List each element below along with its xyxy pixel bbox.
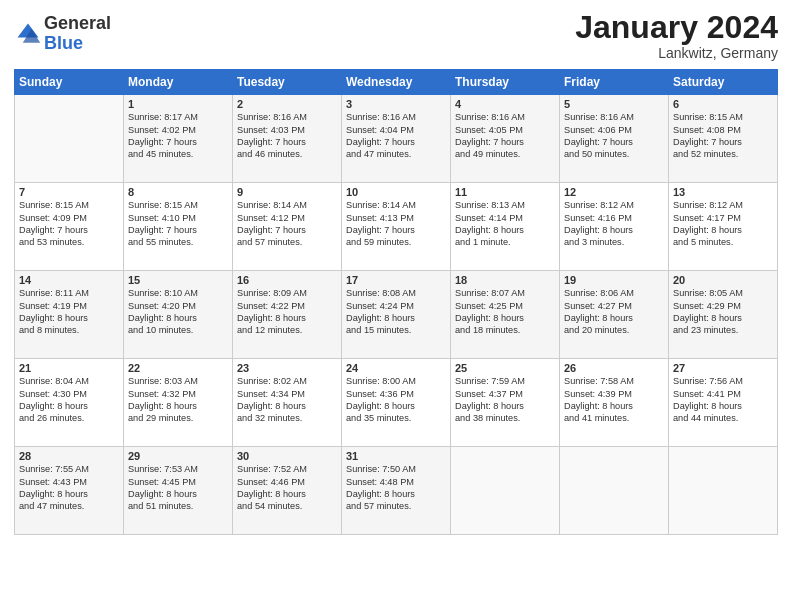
day-number: 2: [237, 98, 337, 110]
day-number: 9: [237, 186, 337, 198]
calendar-cell: 7Sunrise: 8:15 AM Sunset: 4:09 PM Daylig…: [15, 183, 124, 271]
day-number: 31: [346, 450, 446, 462]
day-number: 5: [564, 98, 664, 110]
logo-general: General: [44, 14, 111, 34]
day-number: 16: [237, 274, 337, 286]
calendar-cell: [560, 447, 669, 535]
calendar-cell: 13Sunrise: 8:12 AM Sunset: 4:17 PM Dayli…: [669, 183, 778, 271]
day-number: 15: [128, 274, 228, 286]
calendar-cell: 2Sunrise: 8:16 AM Sunset: 4:03 PM Daylig…: [233, 95, 342, 183]
cell-content: Sunrise: 8:03 AM Sunset: 4:32 PM Dayligh…: [128, 375, 228, 425]
cell-content: Sunrise: 8:13 AM Sunset: 4:14 PM Dayligh…: [455, 199, 555, 249]
cell-content: Sunrise: 8:12 AM Sunset: 4:17 PM Dayligh…: [673, 199, 773, 249]
cell-content: Sunrise: 8:06 AM Sunset: 4:27 PM Dayligh…: [564, 287, 664, 337]
cell-content: Sunrise: 8:15 AM Sunset: 4:09 PM Dayligh…: [19, 199, 119, 249]
day-number: 11: [455, 186, 555, 198]
day-number: 1: [128, 98, 228, 110]
col-monday: Monday: [124, 70, 233, 95]
calendar-cell: [451, 447, 560, 535]
calendar-cell: [669, 447, 778, 535]
day-number: 18: [455, 274, 555, 286]
calendar-cell: 20Sunrise: 8:05 AM Sunset: 4:29 PM Dayli…: [669, 271, 778, 359]
calendar-cell: 17Sunrise: 8:08 AM Sunset: 4:24 PM Dayli…: [342, 271, 451, 359]
logo-blue: Blue: [44, 34, 111, 54]
day-number: 14: [19, 274, 119, 286]
calendar-body: 1Sunrise: 8:17 AM Sunset: 4:02 PM Daylig…: [15, 95, 778, 535]
cell-content: Sunrise: 8:16 AM Sunset: 4:03 PM Dayligh…: [237, 111, 337, 161]
cell-content: Sunrise: 7:52 AM Sunset: 4:46 PM Dayligh…: [237, 463, 337, 513]
day-number: 24: [346, 362, 446, 374]
header: General Blue January 2024 Lankwitz, Germ…: [14, 10, 778, 61]
cell-content: Sunrise: 7:58 AM Sunset: 4:39 PM Dayligh…: [564, 375, 664, 425]
col-thursday: Thursday: [451, 70, 560, 95]
title-block: January 2024 Lankwitz, Germany: [575, 10, 778, 61]
cell-content: Sunrise: 8:15 AM Sunset: 4:08 PM Dayligh…: [673, 111, 773, 161]
cell-content: Sunrise: 7:59 AM Sunset: 4:37 PM Dayligh…: [455, 375, 555, 425]
cell-content: Sunrise: 8:08 AM Sunset: 4:24 PM Dayligh…: [346, 287, 446, 337]
day-number: 3: [346, 98, 446, 110]
col-saturday: Saturday: [669, 70, 778, 95]
calendar-cell: 26Sunrise: 7:58 AM Sunset: 4:39 PM Dayli…: [560, 359, 669, 447]
col-tuesday: Tuesday: [233, 70, 342, 95]
day-number: 27: [673, 362, 773, 374]
day-number: 20: [673, 274, 773, 286]
cell-content: Sunrise: 8:14 AM Sunset: 4:13 PM Dayligh…: [346, 199, 446, 249]
week-row-2: 14Sunrise: 8:11 AM Sunset: 4:19 PM Dayli…: [15, 271, 778, 359]
logo-icon: [14, 20, 42, 48]
day-number: 25: [455, 362, 555, 374]
calendar-cell: 5Sunrise: 8:16 AM Sunset: 4:06 PM Daylig…: [560, 95, 669, 183]
calendar-cell: 10Sunrise: 8:14 AM Sunset: 4:13 PM Dayli…: [342, 183, 451, 271]
calendar-cell: 9Sunrise: 8:14 AM Sunset: 4:12 PM Daylig…: [233, 183, 342, 271]
cell-content: Sunrise: 8:02 AM Sunset: 4:34 PM Dayligh…: [237, 375, 337, 425]
calendar-cell: 1Sunrise: 8:17 AM Sunset: 4:02 PM Daylig…: [124, 95, 233, 183]
day-number: 23: [237, 362, 337, 374]
calendar-cell: 23Sunrise: 8:02 AM Sunset: 4:34 PM Dayli…: [233, 359, 342, 447]
day-number: 28: [19, 450, 119, 462]
cell-content: Sunrise: 8:09 AM Sunset: 4:22 PM Dayligh…: [237, 287, 337, 337]
calendar-cell: 21Sunrise: 8:04 AM Sunset: 4:30 PM Dayli…: [15, 359, 124, 447]
week-row-0: 1Sunrise: 8:17 AM Sunset: 4:02 PM Daylig…: [15, 95, 778, 183]
day-number: 12: [564, 186, 664, 198]
cell-content: Sunrise: 8:14 AM Sunset: 4:12 PM Dayligh…: [237, 199, 337, 249]
col-sunday: Sunday: [15, 70, 124, 95]
page: General Blue January 2024 Lankwitz, Germ…: [0, 0, 792, 612]
day-number: 21: [19, 362, 119, 374]
week-row-4: 28Sunrise: 7:55 AM Sunset: 4:43 PM Dayli…: [15, 447, 778, 535]
month-year: January 2024: [575, 10, 778, 45]
week-row-1: 7Sunrise: 8:15 AM Sunset: 4:09 PM Daylig…: [15, 183, 778, 271]
cell-content: Sunrise: 7:55 AM Sunset: 4:43 PM Dayligh…: [19, 463, 119, 513]
calendar-cell: 22Sunrise: 8:03 AM Sunset: 4:32 PM Dayli…: [124, 359, 233, 447]
cell-content: Sunrise: 7:56 AM Sunset: 4:41 PM Dayligh…: [673, 375, 773, 425]
day-number: 10: [346, 186, 446, 198]
cell-content: Sunrise: 8:00 AM Sunset: 4:36 PM Dayligh…: [346, 375, 446, 425]
day-number: 29: [128, 450, 228, 462]
calendar: Sunday Monday Tuesday Wednesday Thursday…: [14, 69, 778, 535]
calendar-cell: 3Sunrise: 8:16 AM Sunset: 4:04 PM Daylig…: [342, 95, 451, 183]
day-number: 13: [673, 186, 773, 198]
day-number: 19: [564, 274, 664, 286]
cell-content: Sunrise: 8:16 AM Sunset: 4:05 PM Dayligh…: [455, 111, 555, 161]
calendar-cell: 11Sunrise: 8:13 AM Sunset: 4:14 PM Dayli…: [451, 183, 560, 271]
cell-content: Sunrise: 8:16 AM Sunset: 4:04 PM Dayligh…: [346, 111, 446, 161]
calendar-cell: 30Sunrise: 7:52 AM Sunset: 4:46 PM Dayli…: [233, 447, 342, 535]
calendar-cell: 24Sunrise: 8:00 AM Sunset: 4:36 PM Dayli…: [342, 359, 451, 447]
logo: General Blue: [14, 14, 111, 54]
cell-content: Sunrise: 8:10 AM Sunset: 4:20 PM Dayligh…: [128, 287, 228, 337]
calendar-cell: 28Sunrise: 7:55 AM Sunset: 4:43 PM Dayli…: [15, 447, 124, 535]
cell-content: Sunrise: 8:11 AM Sunset: 4:19 PM Dayligh…: [19, 287, 119, 337]
calendar-cell: 8Sunrise: 8:15 AM Sunset: 4:10 PM Daylig…: [124, 183, 233, 271]
calendar-cell: 15Sunrise: 8:10 AM Sunset: 4:20 PM Dayli…: [124, 271, 233, 359]
calendar-cell: 25Sunrise: 7:59 AM Sunset: 4:37 PM Dayli…: [451, 359, 560, 447]
calendar-cell: 18Sunrise: 8:07 AM Sunset: 4:25 PM Dayli…: [451, 271, 560, 359]
day-number: 6: [673, 98, 773, 110]
calendar-cell: 27Sunrise: 7:56 AM Sunset: 4:41 PM Dayli…: [669, 359, 778, 447]
calendar-cell: 16Sunrise: 8:09 AM Sunset: 4:22 PM Dayli…: [233, 271, 342, 359]
col-wednesday: Wednesday: [342, 70, 451, 95]
calendar-cell: 14Sunrise: 8:11 AM Sunset: 4:19 PM Dayli…: [15, 271, 124, 359]
calendar-cell: [15, 95, 124, 183]
cell-content: Sunrise: 8:16 AM Sunset: 4:06 PM Dayligh…: [564, 111, 664, 161]
cell-content: Sunrise: 8:05 AM Sunset: 4:29 PM Dayligh…: [673, 287, 773, 337]
calendar-cell: 31Sunrise: 7:50 AM Sunset: 4:48 PM Dayli…: [342, 447, 451, 535]
day-number: 22: [128, 362, 228, 374]
calendar-cell: 6Sunrise: 8:15 AM Sunset: 4:08 PM Daylig…: [669, 95, 778, 183]
